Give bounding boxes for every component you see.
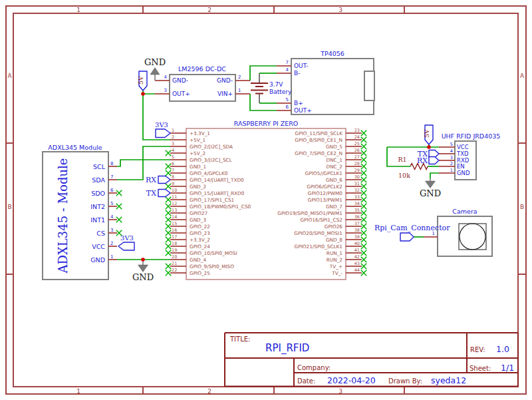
gnd-symbol-bottom[interactable]: GND — [132, 260, 154, 282]
pin-label: GPIO20/SPI0_MOSI1 — [294, 230, 342, 236]
pin-number: 1 — [172, 128, 174, 133]
wire-sda[interactable] — [117, 146, 170, 180]
wire-scl[interactable] — [117, 160, 170, 166]
pin-number: 21 — [172, 261, 177, 266]
net-flag-icon[interactable] — [400, 233, 414, 241]
frame-row-b-right: B — [520, 204, 524, 210]
component-lm2596[interactable]: LM2596 DC-DC 4GND-3OUT+ 2GND-1VIN+ — [155, 65, 250, 101]
wire-lm2596-vin-to-tp4056-out+[interactable] — [250, 94, 277, 110]
pin-label: GND- — [172, 77, 188, 84]
net-flag-rx-rfid[interactable]: RX — [417, 156, 439, 165]
wire-rfid-gnd[interactable] — [430, 173, 439, 178]
no-connect-x-icon — [361, 157, 366, 162]
net-flag-icon[interactable] — [158, 176, 170, 184]
net-flag-5v-main[interactable]: 5V — [137, 71, 147, 91]
pin-number: 43 — [354, 261, 360, 266]
pin-label: OUT- — [294, 63, 309, 69]
pin-label: TV_+ — [329, 264, 342, 270]
pin-label: GPIO_10/SPI0_MOSI — [190, 250, 237, 256]
pin-number: 2 — [110, 241, 113, 246]
no-connect-x-icon — [361, 144, 366, 149]
no-connect-x-icon — [361, 177, 366, 182]
pin-number: 8 — [172, 174, 174, 180]
pin-label: GND_6 — [326, 177, 342, 183]
pin-number: 4 — [286, 67, 289, 73]
no-connect-x-icon — [361, 184, 366, 189]
pin-label: GPIO_18/PWM0/SPI1_CS0 — [190, 204, 251, 210]
pin-label: DNC_1 — [327, 157, 342, 163]
pin-label: GPIO_8/SPI0_CE1_N — [295, 137, 342, 143]
pin-label: SDO — [91, 190, 105, 197]
r1-value: 10k — [398, 172, 410, 179]
net-flag-3v3-adxl[interactable]: 3V3 — [118, 234, 134, 250]
date-value[interactable]: 2022-04-20 — [327, 375, 376, 385]
component-raspberry-pi-zero[interactable]: RASPBERRY PI ZERO 1+3.3V_12+5V_13GPIO_2/… — [166, 120, 366, 280]
pin-number: 32 — [354, 188, 360, 193]
net-flag-icon[interactable] — [158, 190, 170, 197]
net-flag-icon[interactable] — [156, 129, 170, 138]
r1-name: R1 — [398, 156, 406, 163]
component-adxl345[interactable]: ADXL345 Module ADXL345 - Module 8SCL7SDA… — [43, 144, 122, 280]
pin-number: 4 — [172, 148, 174, 153]
net-flag-3v3-rpi[interactable]: 3V3 — [155, 121, 170, 138]
pin-label: GPIO27 — [190, 210, 208, 216]
net-flag-tx-rpi[interactable]: TX — [146, 189, 170, 198]
sheet-value[interactable]: 1/1 — [501, 363, 514, 373]
no-connect-x-icon — [166, 184, 171, 189]
pin-label: B+ — [294, 100, 303, 106]
pin-number: 19 — [172, 248, 177, 253]
pin-label: OUT+ — [294, 107, 312, 114]
drawn-by-value[interactable]: syeda12 — [431, 375, 466, 385]
no-connect-x-icon — [361, 250, 366, 256]
pin-label: GPIO26 — [325, 224, 343, 230]
net-flag-rx-label: RX — [146, 176, 156, 184]
pin-label: GPIO6/GPCLK2 — [307, 184, 342, 190]
frame-row-a-right: A — [520, 73, 525, 79]
pin-number: 8 — [110, 161, 113, 166]
no-connect-x-icon — [361, 137, 366, 142]
adxl345-title: ADXL345 Module — [48, 144, 102, 151]
title-label: TITLE: — [229, 335, 250, 343]
schematic-canvas: 1 2 3 1 2 3 A B A B TITLE: RPI_RFID REV:… — [0, 0, 532, 400]
gnd-symbol-rfid[interactable]: GND — [420, 178, 441, 198]
pin-label: INT2 — [90, 203, 105, 210]
net-flag-icon[interactable] — [429, 157, 439, 164]
pin-label: GPIO19/SPI0_MISO1/PWM1 — [277, 210, 342, 216]
pin-number: 30 — [354, 174, 360, 180]
component-tp4056[interactable]: TP4056 7OUT-4B-5B+6OUT+ — [277, 50, 374, 114]
pin-number: 41 — [354, 248, 360, 253]
schematic-svg: 1 2 3 1 2 3 A B A B TITLE: RPI_RFID REV:… — [0, 0, 532, 400]
pin-label: GPIO_25 — [190, 270, 210, 276]
rpi-title: RASPBERRY PI ZERO — [234, 120, 299, 127]
pin-number: 12 — [172, 201, 177, 206]
gnd-symbol-lm2596[interactable]: GND — [144, 57, 166, 81]
component-uhf-rfid[interactable]: UHF RFID JRD4035 5VCC4TXD3RXD2EN1GND — [439, 132, 500, 180]
lm2596-title: LM2596 DC-DC — [178, 65, 226, 73]
pin-number: 1 — [110, 254, 113, 260]
pin-label: +3.3V_1 — [190, 130, 210, 136]
net-flag-rx-rpi[interactable]: RX — [146, 176, 170, 184]
no-connect-x-icon — [166, 150, 171, 156]
rev-value[interactable]: 1.0 — [496, 344, 509, 354]
sheet-label: Sheet: — [469, 365, 491, 372]
net-flag-5v-rfid[interactable]: 5V — [423, 125, 433, 144]
pin-number: 3 — [110, 228, 113, 233]
pin-label: TV_- — [331, 270, 342, 276]
pin-label: TXD — [456, 150, 469, 157]
pin-number: 5 — [172, 154, 174, 160]
pin-label: GND_5 — [326, 144, 342, 150]
schematic-title[interactable]: RPI_RFID — [265, 342, 309, 355]
net-flag-icon[interactable] — [118, 242, 134, 250]
gnd-arrow-icon — [138, 265, 148, 272]
no-connect-x-icon — [166, 237, 171, 242]
pin-label: GND_3 — [190, 217, 206, 223]
tp4056-usb-port — [364, 71, 374, 100]
pin-label: +5V_2 — [190, 150, 205, 156]
no-connect-x-icon — [166, 270, 171, 276]
no-connect-x-icon — [361, 264, 366, 269]
pin-number: 18 — [172, 241, 177, 246]
pin-label: GPIO_3/[I2C]_SCL — [190, 157, 233, 163]
pin-number: 3 — [450, 155, 453, 160]
title-block: TITLE: RPI_RFID REV: 1.0 Company: Sheet:… — [225, 333, 518, 387]
pin-label: GPIO_24 — [190, 244, 210, 250]
